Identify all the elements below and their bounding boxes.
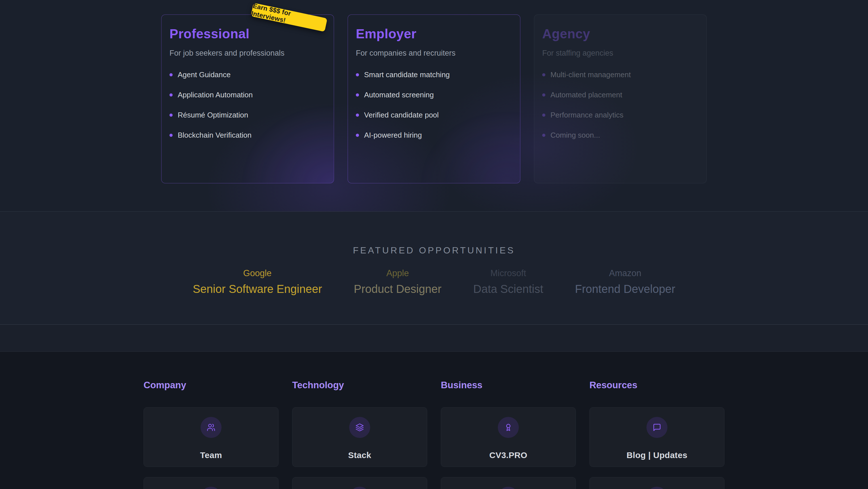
footer-card-partial[interactable] xyxy=(441,477,576,489)
footer-card-partial[interactable] xyxy=(292,477,427,489)
bullet-icon xyxy=(169,134,173,137)
bullet-icon xyxy=(356,114,359,117)
plan-feature: Blockchain Verification xyxy=(169,131,326,139)
job-title: Data Scientist xyxy=(473,282,543,296)
footer-heading: Technology xyxy=(292,379,427,391)
plan-feature: Automated placement xyxy=(542,91,699,99)
plan-feature: Agent Guidance xyxy=(169,71,326,79)
award-icon xyxy=(504,423,513,432)
footer-card-label: Team xyxy=(200,451,222,460)
plan-title: Employer xyxy=(356,26,512,41)
footer-columns: Company Team xyxy=(144,352,724,489)
footer-card-partial[interactable] xyxy=(589,477,724,489)
plan-feature: Application Automation xyxy=(169,91,326,99)
footer: Company Team xyxy=(0,352,868,489)
plan-card-employer[interactable]: Employer For companies and recruiters Sm… xyxy=(348,15,521,183)
plan-feature: Performance analytics xyxy=(542,111,699,119)
plan-card-agency: Agency For staffing agencies Multi-clien… xyxy=(534,15,707,183)
featured-job-amazon[interactable]: Amazon Frontend Developer xyxy=(575,268,675,296)
bullet-icon xyxy=(542,114,546,117)
circle-icon-placeholder xyxy=(647,487,668,489)
plan-description: For job seekers and professionals xyxy=(169,48,326,58)
plan-title: Agency xyxy=(542,26,699,41)
footer-heading: Business xyxy=(441,379,576,391)
bullet-icon xyxy=(356,73,359,76)
plan-feature: AI-powered hiring xyxy=(356,131,512,139)
plan-feature: Multi-client management xyxy=(542,71,699,79)
bullet-icon xyxy=(356,134,359,137)
circle-icon-placeholder xyxy=(349,487,370,489)
footer-column-resources: Resources Blog | Updates xyxy=(589,352,724,489)
landing-page: Earn $$$ for Interviews! Professional Fo… xyxy=(0,0,868,489)
job-company: Google xyxy=(193,268,322,279)
plan-feature-list: Agent Guidance Application Automation Ré… xyxy=(169,71,326,139)
bullet-icon xyxy=(542,134,546,137)
plan-feature: Verified candidate pool xyxy=(356,111,512,119)
users-icon xyxy=(207,423,215,432)
circle-icon-placeholder xyxy=(200,487,221,489)
featured-jobs-row: Google Senior Software Engineer Apple Pr… xyxy=(0,268,868,296)
footer-card-label: Blog | Updates xyxy=(627,451,687,460)
plan-description: For companies and recruiters xyxy=(356,48,512,58)
plan-feature: Résumé Optimization xyxy=(169,111,326,119)
featured-job-microsoft[interactable]: Microsoft Data Scientist xyxy=(473,268,543,296)
plan-cards-row: Professional For job seekers and profess… xyxy=(161,15,707,183)
plan-feature-list: Smart candidate matching Automated scree… xyxy=(356,71,512,139)
job-company: Apple xyxy=(354,268,441,279)
plan-title: Professional xyxy=(169,26,326,41)
job-title: Product Designer xyxy=(354,282,441,296)
plans-section: Earn $$$ for Interviews! Professional Fo… xyxy=(0,0,868,212)
footer-column-technology: Technology Stack xyxy=(292,352,427,489)
plan-card-professional[interactable]: Professional For job seekers and profess… xyxy=(161,15,334,183)
featured-job-apple[interactable]: Apple Product Designer xyxy=(354,268,441,296)
footer-column-company: Company Team xyxy=(144,352,279,489)
featured-opportunities-section: FEATURED OPPORTUNITIES Google Senior Sof… xyxy=(0,212,868,325)
bullet-icon xyxy=(542,93,546,96)
job-company: Microsoft xyxy=(473,268,543,279)
plan-description: For staffing agencies xyxy=(542,48,699,58)
featured-job-google[interactable]: Google Senior Software Engineer xyxy=(193,268,322,296)
featured-title: FEATURED OPPORTUNITIES xyxy=(0,212,868,256)
job-title: Frontend Developer xyxy=(575,282,675,296)
job-company: Amazon xyxy=(575,268,675,279)
footer-card-label: CV3.PRO xyxy=(489,451,527,460)
footer-heading: Company xyxy=(144,379,279,391)
plan-feature: Coming soon... xyxy=(542,131,699,139)
footer-card-blog[interactable]: Blog | Updates xyxy=(589,407,724,467)
plan-feature-list: Multi-client management Automated placem… xyxy=(542,71,699,139)
bullet-icon xyxy=(542,73,546,76)
footer-heading: Resources xyxy=(589,379,724,391)
bullet-icon xyxy=(169,73,173,76)
job-title: Senior Software Engineer xyxy=(193,282,322,296)
message-square-icon xyxy=(653,423,661,432)
circle-icon-placeholder xyxy=(498,487,519,489)
footer-card-partial[interactable] xyxy=(144,477,279,489)
footer-card-cv3pro[interactable]: CV3.PRO xyxy=(441,407,576,467)
footer-card-team[interactable]: Team xyxy=(144,407,279,467)
footer-card-stack[interactable]: Stack xyxy=(292,407,427,467)
layers-icon xyxy=(355,423,364,432)
plan-feature: Automated screening xyxy=(356,91,512,99)
footer-card-label: Stack xyxy=(348,451,371,460)
spacer-band xyxy=(0,325,868,352)
footer-column-business: Business CV3.PRO xyxy=(441,352,576,489)
bullet-icon xyxy=(169,114,173,117)
bullet-icon xyxy=(356,93,359,96)
plan-feature: Smart candidate matching xyxy=(356,71,512,79)
bullet-icon xyxy=(169,93,173,96)
